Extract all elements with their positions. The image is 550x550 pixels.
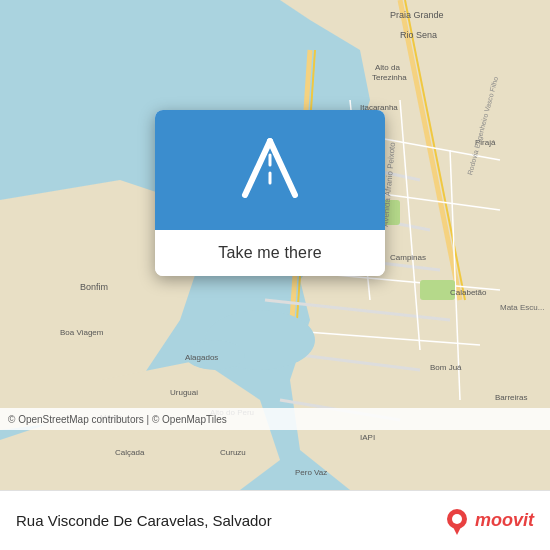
svg-text:Uruguai: Uruguai [170, 388, 198, 397]
svg-text:Mata Escu...: Mata Escu... [500, 303, 544, 312]
svg-text:Calabetão: Calabetão [450, 288, 487, 297]
bottom-bar: Rua Visconde De Caravelas, Salvador moov… [0, 490, 550, 550]
svg-marker-55 [453, 527, 461, 535]
svg-text:Bom Juá: Bom Juá [430, 363, 462, 372]
map-attribution: © OpenStreetMap contributors | © OpenMap… [0, 408, 550, 430]
svg-text:Bonfim: Bonfim [80, 282, 108, 292]
svg-text:Pero Vaz: Pero Vaz [295, 468, 327, 477]
road-icon [235, 133, 305, 207]
svg-text:Barreiras: Barreiras [495, 393, 527, 402]
svg-line-49 [245, 141, 270, 195]
svg-text:Calçada: Calçada [115, 448, 145, 457]
moovit-pin-icon [443, 507, 471, 535]
svg-text:Rio Sena: Rio Sena [400, 30, 437, 40]
moovit-wordmark: moovit [475, 510, 534, 531]
svg-text:Campinas: Campinas [390, 253, 426, 262]
svg-text:Curuzu: Curuzu [220, 448, 246, 457]
attribution-text: © OpenStreetMap contributors | © OpenMap… [8, 414, 227, 425]
location-label: Rua Visconde De Caravelas, Salvador [16, 512, 272, 529]
svg-line-50 [270, 141, 295, 195]
svg-text:IAPI: IAPI [360, 433, 375, 442]
svg-text:Alagados: Alagados [185, 353, 218, 362]
moovit-logo: moovit [443, 507, 534, 535]
svg-point-54 [452, 514, 462, 524]
svg-text:Alto da: Alto da [375, 63, 400, 72]
svg-text:Boa Viagem: Boa Viagem [60, 328, 104, 337]
card-icon-area [155, 110, 385, 230]
svg-text:Praia Grande: Praia Grande [390, 10, 444, 20]
svg-text:Terezinha: Terezinha [372, 73, 407, 82]
navigation-card: Take me there [155, 110, 385, 276]
map-container: Praia Grande Rio Sena Alto da Terezinha … [0, 0, 550, 490]
take-me-there-button[interactable]: Take me there [155, 230, 385, 276]
